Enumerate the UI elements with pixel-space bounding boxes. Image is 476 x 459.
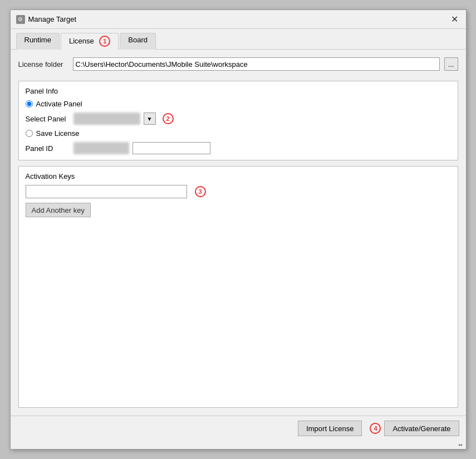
activate-generate-button[interactable]: Activate/Generate bbox=[384, 421, 459, 436]
panel-info-section: Panel Info Activate Panel Select Panel ▼… bbox=[18, 81, 458, 160]
activation-input-badge: 3 bbox=[195, 186, 206, 197]
activation-keys-section: Activation Keys 3 Add Another key bbox=[18, 166, 458, 408]
tab-board[interactable]: Board bbox=[120, 33, 156, 50]
license-folder-row: License folder ... bbox=[18, 57, 458, 71]
select-panel-label: Select Panel bbox=[26, 115, 70, 123]
select-panel-value-blurred bbox=[73, 113, 140, 125]
window-icon: ⚙ bbox=[16, 15, 25, 24]
activation-input-row: 3 bbox=[26, 185, 451, 198]
save-license-label: Save License bbox=[36, 129, 80, 138]
activate-panel-row: Activate Panel bbox=[26, 100, 451, 108]
status-text: ▪▪ bbox=[458, 442, 462, 448]
panel-id-row: Panel ID bbox=[26, 142, 451, 154]
panel-id-blurred bbox=[73, 142, 129, 154]
panel-info-title: Panel Info bbox=[26, 87, 451, 95]
license-folder-input[interactable] bbox=[73, 57, 440, 71]
add-another-key-button[interactable]: Add Another key bbox=[26, 203, 91, 217]
panel-id-label: Panel ID bbox=[26, 144, 70, 153]
license-folder-label: License folder bbox=[18, 60, 68, 69]
panel-id-input[interactable] bbox=[133, 142, 210, 154]
tab-badge: 1 bbox=[99, 36, 110, 47]
activation-keys-title: Activation Keys bbox=[26, 172, 451, 180]
activate-generate-badge: 4 bbox=[370, 423, 381, 434]
close-button[interactable]: ✕ bbox=[449, 15, 460, 24]
activation-key-input[interactable] bbox=[26, 185, 187, 198]
window-title: Manage Target bbox=[28, 15, 449, 23]
select-panel-dropdown[interactable]: ▼ bbox=[144, 113, 156, 125]
save-license-radio[interactable] bbox=[26, 130, 33, 137]
tab-bar: Runtime License 1 Board bbox=[11, 29, 466, 50]
tab-runtime[interactable]: Runtime bbox=[16, 33, 60, 50]
title-bar: ⚙ Manage Target ✕ bbox=[11, 10, 466, 29]
activate-panel-label: Activate Panel bbox=[36, 100, 82, 108]
select-panel-badge: 2 bbox=[163, 113, 174, 124]
footer: Import License 4 Activate/Generate bbox=[11, 416, 466, 441]
save-license-row: Save License bbox=[26, 129, 451, 138]
activate-generate-group: 4 Activate/Generate bbox=[366, 421, 459, 436]
select-panel-row: Select Panel ▼ 2 bbox=[26, 113, 451, 125]
status-bar: ▪▪ bbox=[11, 441, 466, 449]
browse-button[interactable]: ... bbox=[444, 57, 458, 71]
import-license-button[interactable]: Import License bbox=[298, 421, 362, 436]
tab-license[interactable]: License 1 bbox=[61, 33, 119, 50]
activate-panel-radio[interactable] bbox=[26, 100, 33, 108]
content-area: License folder ... Panel Info Activate P… bbox=[11, 50, 466, 416]
main-window: ⚙ Manage Target ✕ Runtime License 1 Boar… bbox=[10, 9, 467, 450]
